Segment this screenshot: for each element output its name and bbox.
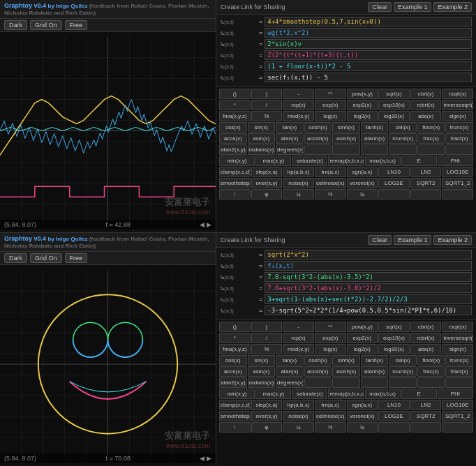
key2-acos[interactable]: acos(x) [219, 366, 247, 377]
key2-log[interactable]: log(x) [315, 344, 346, 354]
key-saturate[interactable]: saturate(x) [292, 156, 327, 166]
key-floor[interactable]: floor(x) [417, 122, 445, 133]
key2-log10[interactable]: log10(x) [378, 344, 410, 354]
key2-rcp[interactable]: rcp(x) [283, 333, 314, 343]
key-three-quarter1[interactable]: ¾ [347, 189, 378, 200]
func-input-1-1[interactable] [265, 17, 472, 27]
key2-rcbrt[interactable]: rcbrt(x) [410, 333, 442, 343]
key-atan2[interactable]: atan2(x,y) [219, 144, 247, 155]
key-tan[interactable]: tan(x) [276, 122, 304, 133]
key-SQRT2[interactable]: SQRT2 [410, 178, 442, 188]
key-degrees[interactable]: degrees(x) [276, 144, 304, 155]
key-voronoi[interactable]: voronoi(x) [347, 178, 378, 188]
key-tanh[interactable]: tanh(x) [361, 122, 389, 133]
key-clamp[interactable]: clamp(x,c,d) [219, 167, 251, 177]
key2-maxabc[interactable]: max(a,b,x) [365, 389, 401, 399]
key-exp10[interactable]: exp10(x) [378, 100, 410, 110]
key2-degrees[interactable]: degrees(x) [276, 377, 304, 388]
key2-ceil[interactable]: ceil(x) [389, 355, 417, 366]
key2-half1[interactable]: ½ [315, 422, 346, 433]
key-asinh[interactable]: asinh(x) [332, 133, 360, 144]
grid-button-2[interactable]: Grid On [30, 253, 62, 263]
key-cosh[interactable]: cosh(x) [304, 122, 332, 133]
key2-mod[interactable]: mod(x,y) [283, 344, 314, 354]
key2-sign[interactable]: sign(x) [442, 344, 473, 354]
key-sqrt[interactable]: sqrt(x) [378, 89, 410, 99]
func-input-1-5[interactable] [265, 61, 472, 71]
key-half1[interactable]: ½ [315, 189, 346, 200]
key-cos[interactable]: cos(x) [219, 122, 247, 133]
key2-max[interactable]: max(x,y) [255, 389, 291, 399]
key-log10[interactable]: log10(x) [378, 111, 410, 121]
func-input-2-1[interactable] [265, 250, 472, 260]
key2-mul[interactable]: * [219, 333, 251, 343]
key-quarter1[interactable]: ¼ [283, 189, 314, 200]
key2-over[interactable]: over(x,y) [251, 411, 283, 421]
key-up[interactable]: ↑ [219, 189, 251, 200]
key2-sqrt[interactable]: sqrt(x) [378, 322, 410, 332]
key2-saturate[interactable]: saturate(x) [292, 389, 327, 399]
key2-three-quarter1[interactable]: ¾ [347, 422, 378, 433]
key2-phi-sym[interactable]: φ [251, 422, 283, 433]
key-exp[interactable]: exp(x) [315, 100, 346, 110]
key2-step[interactable]: step(x,a) [251, 400, 283, 410]
key-sinh[interactable]: sinh(x) [332, 122, 360, 133]
func-input-1-2[interactable] [265, 28, 472, 38]
key2-tanh[interactable]: tanh(x) [361, 355, 389, 366]
key-sgn[interactable]: sgn(a,x) [347, 167, 378, 177]
key2-quarter1[interactable]: ¼ [283, 422, 314, 433]
key-minus[interactable]: - [283, 89, 314, 99]
key2-sin[interactable]: sin(x) [248, 355, 276, 366]
key2-rparen[interactable]: ) [251, 322, 283, 332]
key2-exp10[interactable]: exp10(x) [378, 333, 410, 343]
key-asin[interactable]: asin(x) [248, 133, 276, 144]
key2-sinh[interactable]: sinh(x) [332, 355, 360, 366]
dark-button[interactable]: Dark [4, 20, 27, 30]
key-sin[interactable]: sin(x) [248, 122, 276, 133]
key-sign[interactable]: sign(x) [442, 111, 473, 121]
key2-SQRT2[interactable]: SQRT2 [410, 411, 442, 421]
key2-lrp[interactable]: lrp(a,b,x) [283, 400, 314, 410]
key2-cosh[interactable]: cosh(x) [304, 355, 332, 366]
key2-remap[interactable]: remap(a,b,x,c,d) [328, 389, 364, 399]
key2-minus[interactable]: - [283, 322, 314, 332]
key2-radians[interactable]: radians(x) [248, 377, 276, 388]
key-radians[interactable]: radians(x) [248, 144, 276, 155]
key2-round[interactable]: round(x) [389, 366, 417, 377]
key-over[interactable]: over(x,y) [251, 178, 283, 188]
key-rcbrt[interactable]: rcbrt(x) [410, 100, 442, 110]
key2-exp2[interactable]: exp2(x) [347, 333, 378, 343]
key2-floor[interactable]: floor(x) [417, 355, 445, 366]
key-E[interactable]: E [401, 156, 437, 166]
key-exp2[interactable]: exp2(x) [347, 100, 378, 110]
key2-sgn[interactable]: sgn(a,x) [347, 400, 378, 410]
func-input-2-6[interactable] [265, 306, 472, 315]
key2-fract[interactable]: fract(x) [445, 366, 473, 377]
key2-atanh[interactable]: atanh(x) [361, 366, 389, 377]
key-PHI[interactable]: PHI [438, 156, 473, 166]
key2-voronoi[interactable]: voronoi(x) [347, 411, 378, 421]
key2-min[interactable]: min(x,y) [219, 389, 255, 399]
key2-clamp[interactable]: clamp(x,c,d) [219, 400, 251, 410]
key-smoothstep[interactable]: smoothstep(a,b,x) [219, 178, 251, 188]
example2-button-2[interactable]: Example 2 [433, 235, 472, 245]
key-pow[interactable]: pow(x,y) [347, 89, 378, 99]
key2-PHI[interactable]: PHI [438, 389, 473, 399]
key-ceil[interactable]: ceil(x) [389, 122, 417, 133]
key-fract[interactable]: fract(x) [445, 133, 473, 144]
clear-button-1[interactable]: Clear [368, 2, 392, 12]
func-input-2-2[interactable] [265, 261, 472, 271]
key-paren[interactable]: () [219, 89, 251, 99]
key-mod-op[interactable]: % [251, 111, 283, 121]
key-step[interactable]: step(x,a) [251, 167, 283, 177]
key2-div[interactable]: / [251, 333, 283, 343]
key-phi-sym[interactable]: φ [251, 189, 283, 200]
key-atan[interactable]: atan(x) [276, 133, 304, 144]
key-LOG10E[interactable]: LOG10E [442, 167, 473, 177]
key2-pow[interactable]: pow(x,y) [347, 322, 378, 332]
key-noise[interactable]: noise(x) [283, 178, 314, 188]
example1-button-2[interactable]: Example 1 [394, 235, 432, 245]
key-rparen[interactable]: ) [251, 89, 283, 99]
key-mul[interactable]: * [219, 100, 251, 110]
key-frac[interactable]: frac(x) [417, 133, 445, 144]
